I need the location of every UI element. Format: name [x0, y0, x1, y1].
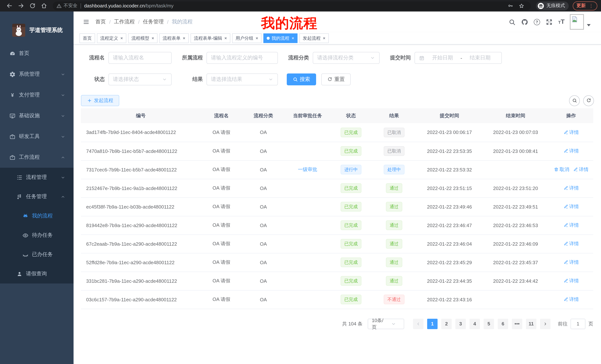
page-button-4[interactable]: 4 [470, 318, 480, 329]
cell-current-task [285, 272, 331, 290]
page-button-1[interactable]: 1 [427, 318, 438, 329]
sidebar-submenu: 流程管理任务管理我的流程待办任务已办任务请假查询 [0, 168, 74, 284]
filter-select[interactable]: 请选择流结果 [207, 74, 278, 85]
cell-result: 通过 [371, 197, 417, 216]
action-详情[interactable]: 详情 [563, 259, 579, 266]
prev-page-button[interactable] [413, 318, 423, 329]
sidebar-item-系统管理[interactable]: 系统管理 [0, 64, 74, 85]
fullscreen-icon[interactable] [546, 18, 553, 25]
filter-select[interactable]: 请选择流程分类 [313, 52, 380, 64]
hamburger-icon[interactable] [83, 19, 90, 25]
next-page-button[interactable] [540, 318, 551, 329]
page-size-select[interactable]: 10条/页 [368, 318, 404, 329]
avatar[interactable] [570, 14, 584, 30]
close-icon[interactable]: × [183, 36, 185, 40]
action-详情[interactable]: 详情 [563, 278, 579, 284]
action-详情[interactable]: 详情 [563, 148, 579, 154]
page-button-5[interactable]: 5 [484, 318, 494, 329]
more-pages-button[interactable]: ••• [512, 318, 522, 329]
search-button[interactable]: 搜索 [287, 74, 316, 85]
breadcrumb-separator: / [138, 19, 140, 25]
action-详情[interactable]: 详情 [573, 166, 589, 173]
sidebar-item-工作流程[interactable]: 工作流程 [0, 147, 74, 168]
incognito-badge[interactable]: 无痕模式 [536, 1, 569, 10]
tab-流程表单-编辑[interactable]: 流程表单-编辑× [190, 33, 230, 43]
caret-down-icon[interactable] [587, 24, 591, 26]
current-task-link[interactable]: 一级审批 [298, 167, 317, 172]
sidebar-item-任务管理[interactable]: 任务管理 [0, 187, 74, 206]
tab-用户分组[interactable]: 用户分组× [232, 33, 261, 43]
forward-icon[interactable] [18, 3, 24, 9]
close-icon[interactable]: × [323, 36, 325, 40]
refresh-icon[interactable] [583, 95, 594, 106]
chevron-down-icon [60, 93, 65, 97]
close-icon[interactable]: × [224, 36, 227, 40]
breadcrumb-item[interactable]: 任务管理 [143, 19, 164, 25]
action-详情[interactable]: 详情 [563, 185, 579, 192]
sidebar-item-请假查询[interactable]: 请假查询 [0, 264, 74, 284]
page-button-2[interactable]: 2 [441, 318, 452, 329]
filter-input[interactable]: 请输入流程定义的编号 [207, 52, 278, 64]
key-icon[interactable] [508, 3, 513, 9]
filter-状态: 状态请选择状态 [81, 74, 172, 85]
sidebar-logo[interactable]: 芋道管理系统 [0, 11, 74, 43]
placeholder: 请输入流程名 [113, 55, 144, 61]
breadcrumb-item[interactable]: 工作流程 [114, 19, 135, 25]
search-toggle-icon[interactable] [569, 95, 580, 106]
sidebar-item-流程管理[interactable]: 流程管理 [0, 168, 74, 187]
filter-select[interactable]: 请选择状态 [109, 74, 172, 85]
sidebar-item-基础设施[interactable]: 基础设施 [0, 105, 74, 126]
sidebar-item-待办任务[interactable]: 待办任务 [0, 226, 74, 245]
tab-首页[interactable]: 首页 [80, 33, 95, 43]
star-icon[interactable] [519, 3, 524, 9]
text-size-icon[interactable]: TT [558, 18, 565, 26]
page-button-3[interactable]: 3 [455, 318, 466, 329]
action-详情[interactable]: 详情 [563, 240, 579, 247]
breadcrumb-item[interactable]: 首页 [95, 19, 106, 25]
reload-icon[interactable] [29, 3, 36, 9]
action-详情[interactable]: 详情 [563, 129, 579, 136]
chevron-down-icon [268, 77, 273, 82]
reset-button[interactable]: 重置 [321, 74, 351, 85]
action-取消[interactable]: 取消 [554, 166, 569, 173]
status-badge: 已完成 [341, 183, 361, 193]
tab-label: 用户分组 [235, 35, 253, 41]
page-button-6[interactable]: 6 [498, 318, 508, 329]
tab-发起流程[interactable]: 发起流程× [299, 33, 329, 43]
sidebar-item-支付管理[interactable]: ¥支付管理 [0, 85, 74, 105]
address-bar[interactable]: 不安全 dashboard.yudao.iocoder.cn /bpm/task… [53, 1, 531, 10]
close-icon[interactable]: × [256, 36, 258, 40]
close-icon[interactable]: × [291, 36, 294, 40]
action-详情[interactable]: 详情 [563, 203, 579, 210]
menu-dots-icon[interactable]: ⋮ [589, 3, 594, 9]
sidebar-item-首页[interactable]: 首页 [0, 43, 74, 64]
tab-流程表单[interactable]: 流程表单× [159, 33, 189, 43]
tab-我的流程[interactable]: 我的流程× [263, 33, 298, 43]
create-process-button[interactable]: 发起流程 [81, 95, 119, 106]
back-icon[interactable] [6, 3, 13, 9]
github-icon[interactable] [521, 18, 528, 25]
page-button-11[interactable]: 11 [526, 318, 536, 329]
action-详情[interactable]: 详情 [563, 296, 579, 303]
cell-actions: 详情 [549, 197, 593, 216]
filter-input[interactable]: 请输入流程名 [109, 52, 172, 64]
close-icon[interactable]: × [120, 36, 123, 40]
tab-流程定义[interactable]: 流程定义× [97, 33, 126, 43]
question-icon[interactable]: ? [534, 19, 540, 25]
cell-end-time: 2022-01-23 00:08:41 [482, 142, 549, 160]
action-label: 详情 [569, 203, 579, 210]
browser-update-button[interactable]: 更新 ⋮ [573, 1, 597, 10]
date-range-input[interactable]: 开始日期-结束日期 [415, 52, 502, 64]
page-jump-input[interactable] [571, 318, 585, 329]
search-icon[interactable] [509, 18, 516, 25]
action-详情[interactable]: 详情 [563, 222, 579, 229]
cell-submit-time: 2022-01-22 23:49:46 [417, 197, 482, 216]
home-icon[interactable] [41, 3, 47, 9]
tab-流程模型[interactable]: 流程模型× [128, 33, 158, 43]
sidebar-item-我的流程[interactable]: 我的流程 [0, 206, 74, 226]
security-label[interactable]: 不安全 [63, 3, 78, 9]
column-header-状态: 状态 [331, 108, 371, 123]
close-icon[interactable]: × [151, 36, 154, 40]
sidebar-item-已办任务[interactable]: 已办任务 [0, 245, 74, 264]
sidebar-item-研发工具[interactable]: 研发工具 [0, 126, 74, 147]
